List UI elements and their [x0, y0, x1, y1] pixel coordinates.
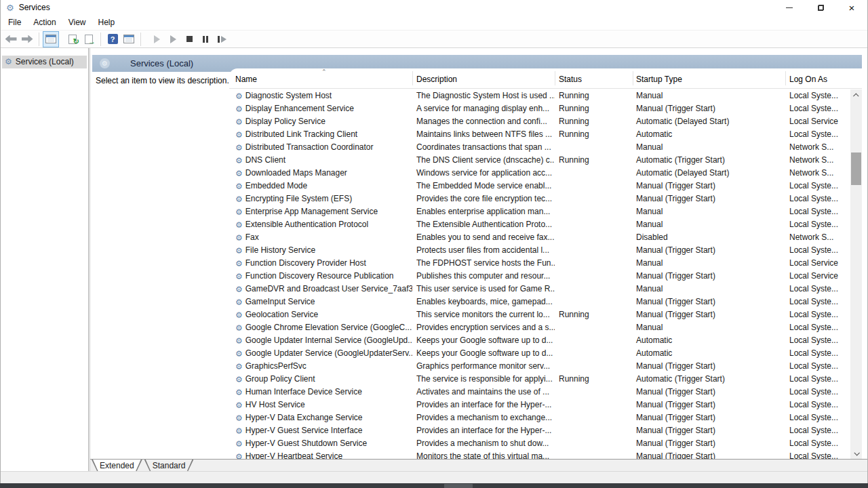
column-divider[interactable] — [412, 71, 413, 85]
minimize-button[interactable] — [774, 0, 805, 15]
table-row[interactable]: ⚙Distributed Transaction Coordinator Coo… — [229, 141, 850, 154]
service-description-cell: A service for managing display enh... — [412, 102, 555, 115]
service-gear-icon: ⚙ — [235, 324, 243, 332]
service-gear-icon: ⚙ — [235, 272, 243, 281]
service-description-cell: Enables keyboards, mice, gamepad... — [412, 296, 555, 308]
toolbar-separator — [100, 33, 101, 46]
forward-icon — [22, 35, 33, 43]
service-status-cell — [555, 257, 633, 270]
column-header-name[interactable]: Name — [235, 75, 257, 84]
service-gear-icon: ⚙ — [235, 285, 243, 293]
table-row[interactable]: ⚙Hyper-V Data Exchange Service Provides … — [229, 411, 850, 424]
table-row[interactable]: ⚙Distributed Link Tracking Client Mainta… — [229, 128, 850, 141]
table-row[interactable]: ⚙Display Policy Service Manages the conn… — [229, 115, 850, 128]
tab-extended[interactable]: Extended — [92, 460, 142, 472]
service-startup-type-cell: Automatic — [633, 334, 785, 347]
service-description-cell: The FDPHOST service hosts the Fun... — [412, 257, 555, 270]
table-row[interactable]: ⚙Geolocation Service This service monito… — [229, 308, 850, 321]
service-startup-type-cell: Manual (Trigger Start) — [633, 192, 785, 205]
vertical-scrollbar[interactable] — [850, 89, 862, 459]
column-header-startup-type[interactable]: Startup Type — [636, 75, 682, 84]
service-gear-icon: ⚙ — [235, 311, 243, 319]
table-row[interactable]: ⚙GraphicsPerfSvc Graphics performance mo… — [229, 360, 850, 373]
service-description-cell: Maintains links between NTFS files ... — [412, 128, 555, 141]
column-header-status[interactable]: Status — [559, 75, 582, 84]
table-row[interactable]: ⚙GameInput Service Enables keyboards, mi… — [229, 296, 850, 308]
scroll-up-button[interactable] — [850, 89, 862, 101]
column-header-log-on-as[interactable]: Log On As — [789, 75, 827, 84]
start-service-button[interactable] — [149, 31, 165, 47]
table-row[interactable]: ⚙Google Chrome Elevation Service (Google… — [229, 321, 850, 334]
window-title: Services — [19, 3, 50, 12]
sidebar-item-services-local[interactable]: ⚙ Services (Local) — [2, 56, 87, 68]
menu-action[interactable]: Action — [27, 16, 62, 29]
service-log-on-as-cell: Local Syste... — [785, 218, 850, 231]
restart-service-button[interactable] — [214, 31, 230, 47]
service-startup-type-cell: Manual (Trigger Start) — [633, 399, 785, 411]
export-list-button[interactable]: → — [81, 31, 97, 47]
scroll-down-button[interactable] — [850, 447, 862, 459]
table-row[interactable]: ⚙Fax Enables you to send and receive fax… — [229, 231, 850, 244]
taskbar-item[interactable] — [444, 484, 473, 488]
scrollbar-thumb[interactable] — [851, 152, 861, 185]
service-log-on-as-cell: Local Syste... — [785, 334, 850, 347]
menu-help[interactable]: Help — [92, 16, 121, 29]
taskbar[interactable] — [0, 483, 868, 488]
back-button[interactable] — [3, 31, 19, 47]
service-status-cell — [555, 205, 633, 218]
tab-standard[interactable]: Standard — [144, 460, 194, 472]
service-gear-icon: ⚙ — [235, 440, 243, 448]
column-divider[interactable] — [785, 71, 786, 85]
service-startup-type-cell: Manual (Trigger Start) — [633, 308, 785, 321]
stop-service-button[interactable] — [181, 31, 197, 47]
table-row[interactable]: ⚙Embedded Mode The Embedded Mode service… — [229, 180, 850, 192]
service-log-on-as-cell: Local Syste... — [785, 308, 850, 321]
table-row[interactable]: ⚙Display Enhancement Service A service f… — [229, 102, 850, 115]
forward-button[interactable] — [19, 31, 35, 47]
services-gear-icon: ⚙ — [5, 58, 12, 66]
service-description-cell: This service monitors the current lo... — [412, 308, 555, 321]
table-row[interactable]: ⚙Function Discovery Provider Host The FD… — [229, 257, 850, 270]
restore-button[interactable] — [805, 0, 836, 15]
table-row[interactable]: ⚙Hyper-V Guest Service Interface Provide… — [229, 424, 850, 437]
service-log-on-as-cell: Local Syste... — [785, 89, 850, 102]
service-name-cell: ⚙GameInput Service — [229, 296, 412, 308]
service-gear-icon: ⚙ — [235, 221, 243, 229]
refresh-button[interactable]: ↻ — [64, 31, 81, 47]
table-row[interactable]: ⚙GameDVR and Broadcast User Service_7aaf… — [229, 283, 850, 296]
table-row[interactable]: ⚙Extensible Authentication Protocol The … — [229, 218, 850, 231]
table-row[interactable]: ⚙Enterprise App Management Service Enabl… — [229, 205, 850, 218]
service-name-cell: ⚙Diagnostic System Host — [229, 89, 412, 102]
table-row[interactable]: ⚙Human Interface Device Service Activate… — [229, 386, 850, 399]
service-description-cell: The Extensible Authentication Proto... — [412, 218, 555, 231]
table-row[interactable]: ⚙Function Discovery Resource Publication… — [229, 270, 850, 283]
help-button[interactable]: ? — [104, 31, 121, 47]
show-console-tree-button[interactable] — [43, 31, 59, 47]
column-divider[interactable] — [633, 71, 633, 85]
table-row[interactable]: ⚙Google Updater Internal Service (Google… — [229, 334, 850, 347]
service-log-on-as-cell: Local Syste... — [785, 283, 850, 296]
pause-service-button[interactable] — [197, 31, 214, 47]
resume-icon — [170, 35, 176, 43]
action-pane-button[interactable] — [121, 31, 137, 47]
menu-file[interactable]: File — [2, 16, 27, 29]
table-row[interactable]: ⚙Downloaded Maps Manager Windows service… — [229, 167, 850, 180]
column-divider[interactable] — [555, 71, 555, 85]
table-row[interactable]: ⚙Hyper-V Heartbeat Service Monitors the … — [229, 450, 850, 459]
table-row[interactable]: ⚙DNS Client The DNS Client service (dnsc… — [229, 154, 850, 167]
table-row[interactable]: ⚙File History Service Protects user file… — [229, 244, 850, 257]
column-header-description[interactable]: Description — [416, 75, 457, 84]
table-row[interactable]: ⚙HV Host Service Provides an interface f… — [229, 399, 850, 411]
table-row[interactable]: ⚙Google Updater Service (GoogleUpdaterSe… — [229, 347, 850, 360]
table-row[interactable]: ⚙Group Policy Client The service is resp… — [229, 373, 850, 386]
close-button[interactable]: × — [836, 0, 867, 15]
service-startup-type-cell: Manual — [633, 257, 785, 270]
resume-service-button[interactable] — [165, 31, 181, 47]
table-row[interactable]: ⚙Hyper-V Guest Shutdown Service Provides… — [229, 437, 850, 450]
menu-view[interactable]: View — [62, 16, 92, 29]
panel-gear-icon: ⚙ — [100, 58, 110, 68]
table-row[interactable]: ⚙Encrypting File System (EFS) Provides t… — [229, 192, 850, 205]
table-row[interactable]: ⚙Diagnostic System Host The Diagnostic S… — [229, 89, 850, 102]
service-log-on-as-cell: Local Syste... — [785, 450, 850, 459]
service-gear-icon: ⚙ — [235, 260, 243, 268]
